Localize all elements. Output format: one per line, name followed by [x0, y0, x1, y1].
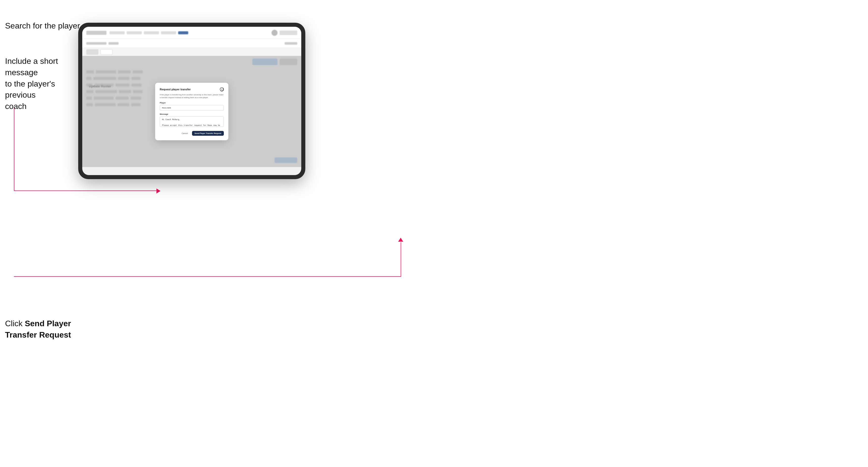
player-input[interactable] — [160, 105, 224, 111]
cancel-button[interactable]: Cancel — [180, 131, 190, 135]
nav-item-4 — [161, 31, 176, 34]
modal-title: Request player transfer — [160, 88, 191, 91]
send-transfer-request-button[interactable]: Send Player Transfer Request — [192, 131, 224, 136]
tab-bar — [82, 48, 301, 56]
header-nav — [110, 31, 188, 34]
annotation-search: Search for the player. — [5, 20, 82, 32]
modal: Request player transfer × If the player … — [155, 83, 228, 140]
sub-header — [82, 39, 301, 48]
arrow-vertical-2 — [401, 242, 401, 277]
annotation-message: Include a short message to the player's … — [5, 56, 76, 112]
breadcrumb-2 — [108, 42, 119, 45]
header-right — [272, 30, 297, 36]
modal-header: Request player transfer × — [160, 87, 224, 91]
main-content: Update Roster — [82, 56, 301, 167]
nav-item-active — [178, 31, 188, 34]
modal-description: If the player is transferring from anoth… — [160, 93, 224, 99]
nav-item-2 — [127, 31, 142, 34]
arrow-horizontal-2 — [14, 276, 401, 277]
annotation-click: Click Send Player Transfer Request — [5, 318, 76, 341]
tablet-device: Update Roster — [78, 23, 305, 179]
modal-overlay: Request player transfer × If the player … — [82, 56, 301, 167]
player-label: Player — [160, 102, 224, 104]
nav-item-1 — [110, 31, 125, 34]
breadcrumb-1 — [86, 42, 106, 45]
modal-footer: Cancel Send Player Transfer Request — [160, 131, 224, 136]
message-label: Message — [160, 113, 224, 115]
tab-1 — [86, 49, 98, 55]
header-logo — [86, 31, 106, 35]
tablet-screen: Update Roster — [82, 27, 301, 175]
arrow-vertical-1 — [14, 108, 14, 190]
breadcrumb-right — [285, 42, 297, 45]
message-textarea[interactable] — [160, 116, 224, 127]
header-btn — [280, 31, 297, 35]
tab-2 — [100, 49, 113, 55]
nav-item-3 — [144, 31, 159, 34]
arrow-horizontal-1 — [14, 190, 159, 191]
header-avatar — [272, 30, 278, 36]
modal-close-button[interactable]: × — [220, 87, 224, 91]
app-header — [82, 27, 301, 39]
arrow-head-1 — [156, 188, 160, 193]
arrow-head-2 — [398, 238, 403, 242]
